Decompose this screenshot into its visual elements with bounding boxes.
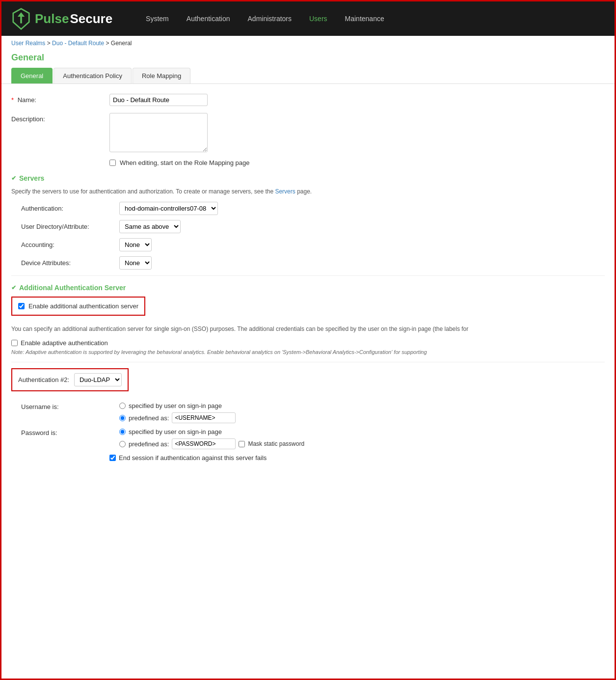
- description-input[interactable]: [109, 113, 208, 152]
- user-directory-select[interactable]: Same as above: [119, 220, 181, 233]
- accounting-label: Accounting:: [21, 241, 119, 248]
- device-attributes-select[interactable]: None: [119, 256, 152, 270]
- username-option1-label: specified by user on sign-in page: [129, 402, 222, 409]
- auth2-label: Authentication #2:: [18, 376, 69, 383]
- end-session-checkbox[interactable]: [109, 455, 116, 461]
- nav-users[interactable]: Users: [300, 3, 336, 34]
- servers-title: Servers: [19, 174, 44, 182]
- additional-auth-info: You can specify an additional authentica…: [11, 325, 605, 333]
- password-option1-label: specified by user on sign-in page: [129, 428, 222, 435]
- role-mapping-checkbox-row: When editing, start on the Role Mapping …: [109, 159, 605, 166]
- auth2-box: Authentication #2: Duo-LDAP: [11, 368, 129, 391]
- role-mapping-checkbox-label: When editing, start on the Role Mapping …: [120, 159, 250, 166]
- additional-auth-section-header[interactable]: ✔ Additional Authentication Server: [11, 284, 605, 292]
- nav-administrators[interactable]: Administrators: [239, 3, 300, 34]
- breadcrumb-user-realms[interactable]: User Realms: [11, 40, 45, 47]
- name-row: * Name:: [11, 94, 605, 106]
- pulse-secure-logo-icon: [11, 8, 31, 30]
- tabs: General Authentication Policy Role Mappi…: [1, 68, 615, 84]
- nav-system[interactable]: System: [137, 3, 178, 34]
- enable-additional-auth-box: Enable additional authentication server: [11, 297, 145, 316]
- additional-auth-chevron-icon: ✔: [11, 284, 16, 291]
- device-attributes-label: Device Attributes:: [21, 259, 119, 267]
- breadcrumb: User Realms > Duo - Default Route > Gene…: [1, 36, 615, 51]
- username-option2-label: predefined as:: [129, 414, 169, 422]
- username-option2-row: predefined as:: [119, 412, 236, 423]
- mask-password-row: Mask static password: [239, 440, 304, 447]
- adaptive-auth-checkbox[interactable]: [11, 340, 18, 346]
- page-wrapper: Pulse Secure System Authentication Admin…: [0, 0, 616, 680]
- auth2-select[interactable]: Duo-LDAP: [74, 373, 122, 386]
- page-title: General: [1, 51, 615, 68]
- adaptive-auth-note: Note: Adaptive authentication is support…: [11, 349, 605, 356]
- logo-pulse: Pulse: [35, 11, 69, 27]
- auth2-container: Authentication #2: Duo-LDAP: [11, 368, 605, 396]
- adaptive-auth-label: Enable adaptive authentication: [21, 339, 108, 347]
- password-label: Password is:: [21, 428, 119, 436]
- password-option2-label: predefined as:: [129, 440, 169, 448]
- end-session-label: End session if authentication against th…: [119, 454, 267, 462]
- mask-password-label: Mask static password: [248, 440, 304, 447]
- servers-section-header[interactable]: ✔ Servers: [11, 174, 605, 182]
- main-content: * Name: Description: When editing, start…: [1, 94, 615, 471]
- enable-additional-auth-label: Enable additional authentication server: [28, 302, 138, 310]
- password-predefined-input[interactable]: [172, 438, 236, 449]
- tab-role-mapping[interactable]: Role Mapping: [133, 68, 190, 83]
- password-radio-specified[interactable]: [119, 429, 126, 435]
- name-input[interactable]: [109, 94, 208, 106]
- username-options: specified by user on sign-in page predef…: [119, 402, 236, 423]
- password-radio-predefined[interactable]: [119, 441, 126, 447]
- username-label: Username is:: [21, 402, 119, 410]
- tab-general[interactable]: General: [11, 68, 53, 83]
- password-row: Password is: specified by user on sign-i…: [11, 428, 605, 449]
- authentication-label: Authentication:: [21, 205, 119, 212]
- role-mapping-checkbox[interactable]: [109, 160, 116, 166]
- servers-link[interactable]: Servers: [275, 188, 295, 195]
- username-radio-specified[interactable]: [119, 403, 126, 409]
- name-label: * Name:: [11, 94, 109, 104]
- tab-authentication-policy[interactable]: Authentication Policy: [54, 68, 132, 83]
- servers-chevron-icon: ✔: [11, 175, 16, 182]
- additional-auth-title: Additional Authentication Server: [19, 284, 126, 292]
- password-options: specified by user on sign-in page predef…: [119, 428, 304, 449]
- user-directory-label: User Directory/Attribute:: [21, 223, 119, 230]
- end-session-row: End session if authentication against th…: [11, 454, 605, 462]
- enable-additional-auth-checkbox[interactable]: [18, 303, 25, 309]
- mask-password-checkbox[interactable]: [239, 441, 245, 447]
- description-row: Description:: [11, 113, 605, 152]
- logo-text: Pulse Secure: [35, 11, 112, 27]
- password-option2-row: predefined as: Mask static password: [119, 438, 304, 449]
- header: Pulse Secure System Authentication Admin…: [1, 1, 615, 36]
- username-radio-predefined[interactable]: [119, 415, 126, 421]
- nav-menu: System Authentication Administrators Use…: [137, 3, 393, 34]
- logo-area: Pulse Secure: [11, 8, 112, 30]
- adaptive-auth-row: Enable adaptive authentication: [11, 339, 605, 347]
- device-attributes-row: Device Attributes: None: [11, 256, 605, 270]
- user-directory-row: User Directory/Attribute: Same as above: [11, 220, 605, 233]
- username-option1-row: specified by user on sign-in page: [119, 402, 236, 409]
- accounting-row: Accounting: None: [11, 238, 605, 251]
- logo-secure: Secure: [70, 11, 112, 27]
- breadcrumb-duo-default-route[interactable]: Duo - Default Route: [52, 40, 104, 47]
- username-predefined-input[interactable]: [172, 412, 236, 423]
- authentication-row: Authentication: hod-domain-controllers07…: [11, 202, 605, 215]
- nav-maintenance[interactable]: Maintenance: [336, 3, 393, 34]
- servers-info-text: Specify the servers to use for authentic…: [11, 187, 605, 196]
- nav-authentication[interactable]: Authentication: [178, 3, 239, 34]
- authentication-select[interactable]: hod-domain-controllers07-08: [119, 202, 218, 215]
- password-option1-row: specified by user on sign-in page: [119, 428, 304, 435]
- accounting-select[interactable]: None: [119, 238, 152, 251]
- username-row: Username is: specified by user on sign-i…: [11, 402, 605, 423]
- description-label: Description:: [11, 113, 109, 123]
